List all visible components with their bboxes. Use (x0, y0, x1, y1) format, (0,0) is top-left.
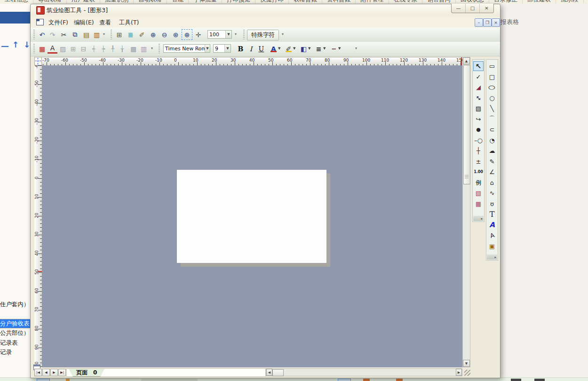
scroll-up-button[interactable]: ▲ (463, 57, 470, 64)
background-menu-item[interactable]: 销售合同 (422, 0, 456, 3)
redo-icon[interactable]: ↷ (48, 30, 57, 40)
squiggle-tool[interactable]: ∿ (487, 188, 497, 198)
zoom-in-icon[interactable]: ⊕ (148, 30, 158, 40)
last-page-button[interactable]: ▶| (58, 369, 66, 376)
scale-tool[interactable]: 1.00 (473, 167, 484, 177)
chevron-down-icon[interactable]: ▼ (293, 47, 295, 50)
menu-view[interactable]: 查看 (96, 18, 114, 27)
mdi-close-button[interactable]: × (492, 18, 500, 27)
horizontal-scrollbar[interactable]: ◀ ▶ (266, 368, 462, 376)
cut-icon[interactable]: ✂ (59, 30, 69, 40)
hatching-tool[interactable]: ▨ (473, 103, 484, 113)
fill-gray-icon[interactable]: ▨ (58, 44, 68, 54)
pan-hand-icon[interactable]: ✛ (193, 30, 203, 40)
chevron-down-icon[interactable]: ▼ (308, 47, 310, 50)
minimize-button[interactable]: — (452, 4, 466, 13)
leader-hatch-tool[interactable]: ◢ (473, 82, 484, 92)
chevron-down-icon[interactable]: ▼ (338, 47, 341, 50)
zoom-level-combobox[interactable]: 100 ▼ (207, 30, 232, 39)
chevron-down-icon[interactable]: ▼ (224, 45, 230, 52)
image-tool[interactable]: ▣ (487, 241, 497, 251)
horizontal-scroll-thumb[interactable] (272, 369, 284, 376)
menu-tools[interactable]: 工具(T) (116, 18, 142, 27)
scroll-down-button[interactable]: ▼ (463, 360, 470, 367)
sidebar-tree-item[interactable]: 公共部位） (0, 329, 30, 337)
background-menu-item[interactable]: 目录修正 (489, 0, 523, 3)
mdi-restore-button[interactable]: ❐ (483, 18, 492, 27)
check-dimension-tool[interactable]: ✓ (473, 72, 484, 82)
special-characters-button[interactable]: 特殊字符 (247, 30, 279, 40)
maximize-button[interactable]: □ (466, 4, 480, 13)
close-button[interactable]: ✕ (480, 4, 493, 13)
line-tool[interactable]: ╲ (487, 103, 497, 113)
sidebar-tree-item[interactable]: 记录表 (0, 339, 30, 347)
text-tool[interactable]: T (487, 209, 497, 219)
font-size-combobox[interactable]: 9 ▼ (213, 44, 231, 53)
paste-special-icon[interactable]: ▥ (92, 30, 102, 40)
select-tool[interactable]: ↖ (473, 61, 484, 71)
measure-arrow-tool[interactable]: ↔ (473, 93, 484, 103)
background-menu-item[interactable]: 用户建表 (67, 0, 100, 3)
background-menu-item[interactable]: 部位建表 (523, 0, 556, 3)
vertical-scrollbar[interactable]: ▲ ▼ (462, 57, 470, 367)
layers-icon[interactable]: ≣ (126, 30, 135, 40)
line-color-icon[interactable]: ✐ (284, 44, 294, 54)
pen-tool[interactable]: ✎ (487, 157, 497, 167)
toolbar-grip[interactable] (33, 30, 35, 40)
level-mark-tool[interactable]: ± (473, 157, 484, 167)
toolbar-grip[interactable] (33, 44, 35, 54)
chevron-down-icon[interactable]: ▼ (225, 31, 231, 38)
palette-overflow-button[interactable]: ▸ (473, 216, 484, 221)
italic-icon[interactable]: I (246, 44, 256, 54)
circle-tool[interactable]: ○ (487, 93, 497, 103)
freeform-tool[interactable]: ☁ (487, 146, 497, 156)
table-insert-icon[interactable]: ▩ (128, 44, 138, 54)
first-page-button[interactable]: |◀ (34, 369, 42, 376)
legend-tool[interactable]: 例 (473, 178, 484, 188)
split-left-icon[interactable]: ┽ (89, 44, 99, 54)
polyline-tool[interactable]: ∠ (487, 167, 497, 177)
sidebar-tree-item[interactable]: 分户验收表 (0, 319, 30, 328)
arc-tool[interactable]: ⌒ (487, 114, 497, 124)
toolbar-overflow-icon[interactable]: ▾ (282, 32, 284, 36)
polygon-tool[interactable]: ⌂ (487, 178, 497, 188)
background-menu-item[interactable]: 字体批量 (189, 0, 222, 3)
toolbar-grip[interactable] (111, 30, 112, 40)
chevron-down-icon[interactable]: ▼ (205, 45, 210, 52)
background-menu-item[interactable]: 附件管理 (356, 0, 389, 3)
next-page-button[interactable]: ▶ (50, 369, 58, 376)
region-hatch-tool[interactable]: ▦ (473, 199, 484, 209)
page-tab[interactable]: 页面 0 (69, 369, 104, 377)
merge-cells-icon[interactable]: ⊞ (68, 44, 78, 54)
split-down-icon[interactable]: ╁ (117, 44, 127, 54)
rectangle-tool[interactable]: ▭ (487, 61, 497, 71)
up-arrow-icon[interactable]: ↑ (12, 40, 19, 49)
title-bar[interactable]: 筑业绘图工具 - [图形3] — □ ✕ (31, 4, 500, 17)
pin-tool[interactable]: –○ (473, 135, 484, 145)
split-up-icon[interactable]: ╀ (108, 44, 118, 54)
chevron-down-icon[interactable]: ▼ (278, 47, 280, 50)
background-menu-item[interactable]: 在线专家 (389, 0, 422, 3)
down-arrow-icon[interactable]: ↓ (24, 40, 30, 49)
ellipse-tool[interactable]: ○ (487, 82, 497, 92)
toolbar-grip[interactable] (243, 30, 245, 40)
prev-page-button[interactable]: ◀ (42, 369, 50, 376)
minus-icon[interactable]: — (1, 41, 9, 51)
chevron-down-icon[interactable]: ▼ (323, 47, 326, 50)
square-tool[interactable]: □ (487, 72, 497, 82)
background-menu-item[interactable]: 打印预览 (222, 0, 255, 3)
split-right-icon[interactable]: ┾ (98, 44, 108, 54)
zoom-out-icon[interactable]: ⊖ (159, 30, 169, 40)
resize-grip[interactable] (464, 370, 470, 376)
background-menu-item[interactable]: 快捷打印 (255, 0, 289, 3)
paste-icon[interactable]: ▤ (81, 30, 91, 40)
line-style-icon[interactable]: ┉ (329, 44, 339, 54)
fill-color-icon[interactable]: ◧ (299, 44, 309, 54)
zoom-actual-icon[interactable]: ⊛ (171, 30, 181, 40)
break-line-tool[interactable]: ┼ (473, 146, 484, 156)
undo-icon[interactable]: ↶ (37, 30, 47, 40)
toolbar-overflow-icon[interactable]: ▾ (151, 46, 153, 50)
document-icon[interactable] (36, 19, 44, 25)
scroll-right-button[interactable]: ▶ (456, 369, 462, 376)
menu-file[interactable]: 文件(F) (46, 18, 71, 27)
